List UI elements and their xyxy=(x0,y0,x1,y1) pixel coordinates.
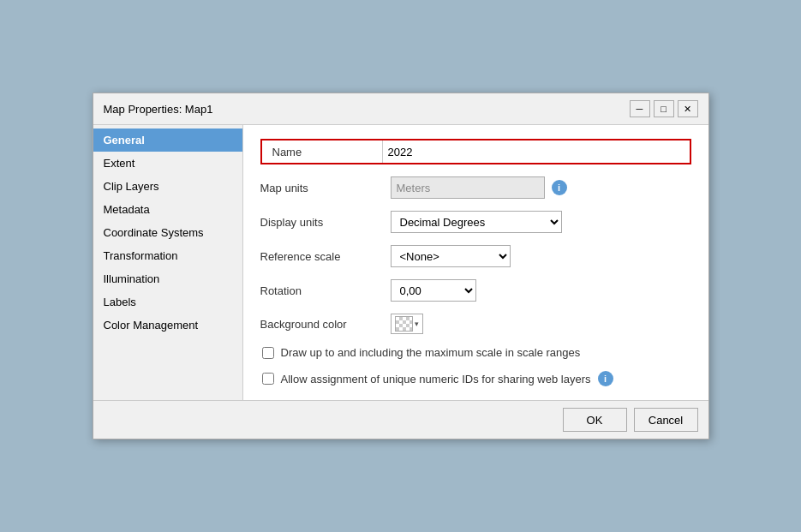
display-units-label: Display units xyxy=(260,216,380,229)
reference-scale-row: Reference scale <None> xyxy=(260,245,691,267)
map-units-row: Map units i xyxy=(260,176,691,199)
ok-button[interactable]: OK xyxy=(563,408,627,432)
title-bar: Map Properties: Map1 ─ □ ✕ xyxy=(93,93,708,125)
color-swatch xyxy=(395,316,413,332)
sidebar: General Extent Clip Layers Metadata Coor… xyxy=(93,125,243,400)
sidebar-item-clip-layers[interactable]: Clip Layers xyxy=(93,175,242,198)
sidebar-item-color-management[interactable]: Color Management xyxy=(93,314,242,337)
unique-ids-label: Allow assignment of unique numeric IDs f… xyxy=(281,373,591,386)
map-units-wrapper: i xyxy=(391,176,567,199)
name-section: Name xyxy=(260,139,691,164)
name-input[interactable] xyxy=(382,140,690,163)
dialog-body: General Extent Clip Layers Metadata Coor… xyxy=(93,125,708,400)
unique-ids-checkbox[interactable] xyxy=(262,373,274,385)
name-label: Name xyxy=(262,142,382,162)
background-color-row: Background color ▾ xyxy=(260,314,691,334)
max-scale-label: Draw up to and including the maximum sca… xyxy=(281,346,581,359)
reference-scale-label: Reference scale xyxy=(260,250,380,263)
map-properties-dialog: Map Properties: Map1 ─ □ ✕ General Exten… xyxy=(93,93,709,439)
close-button[interactable]: ✕ xyxy=(678,100,698,117)
rotation-label: Rotation xyxy=(260,284,380,297)
window-controls: ─ □ ✕ xyxy=(630,100,698,117)
background-color-label: Background color xyxy=(260,318,380,331)
sidebar-item-coordinate-systems[interactable]: Coordinate Systems xyxy=(93,221,242,244)
checkbox2-row: Allow assignment of unique numeric IDs f… xyxy=(260,371,691,386)
rotation-row: Rotation 0,00 90 180 270 xyxy=(260,279,691,302)
dialog-title: Map Properties: Map1 xyxy=(104,103,213,116)
sidebar-item-extent[interactable]: Extent xyxy=(93,152,242,175)
sidebar-item-metadata[interactable]: Metadata xyxy=(93,198,242,221)
main-content: Name Map units i Display units Decimal D… xyxy=(243,125,708,400)
map-units-info-icon[interactable]: i xyxy=(552,180,567,195)
cancel-button[interactable]: Cancel xyxy=(634,408,698,432)
minimize-button[interactable]: ─ xyxy=(630,100,650,117)
sidebar-item-labels[interactable]: Labels xyxy=(93,290,242,314)
map-units-input xyxy=(391,176,545,199)
reference-scale-select[interactable]: <None> xyxy=(391,245,511,267)
checkbox1-row: Draw up to and including the maximum sca… xyxy=(260,346,691,359)
bottom-bar: OK Cancel xyxy=(93,400,708,439)
background-color-button[interactable]: ▾ xyxy=(391,314,423,334)
sidebar-item-general[interactable]: General xyxy=(93,129,242,152)
rotation-select[interactable]: 0,00 90 180 270 xyxy=(391,279,476,302)
maximize-button[interactable]: □ xyxy=(654,100,674,117)
display-units-row: Display units Decimal Degrees Meters Fee… xyxy=(260,211,691,233)
max-scale-checkbox[interactable] xyxy=(262,347,274,359)
sidebar-item-transformation[interactable]: Transformation xyxy=(93,244,242,267)
color-dropdown-arrow: ▾ xyxy=(415,320,419,328)
sidebar-item-illumination[interactable]: Illumination xyxy=(93,267,242,290)
unique-ids-info-icon[interactable]: i xyxy=(598,371,613,386)
display-units-select[interactable]: Decimal Degrees Meters Feet Kilometers M… xyxy=(391,211,562,233)
map-units-label: Map units xyxy=(260,182,380,194)
